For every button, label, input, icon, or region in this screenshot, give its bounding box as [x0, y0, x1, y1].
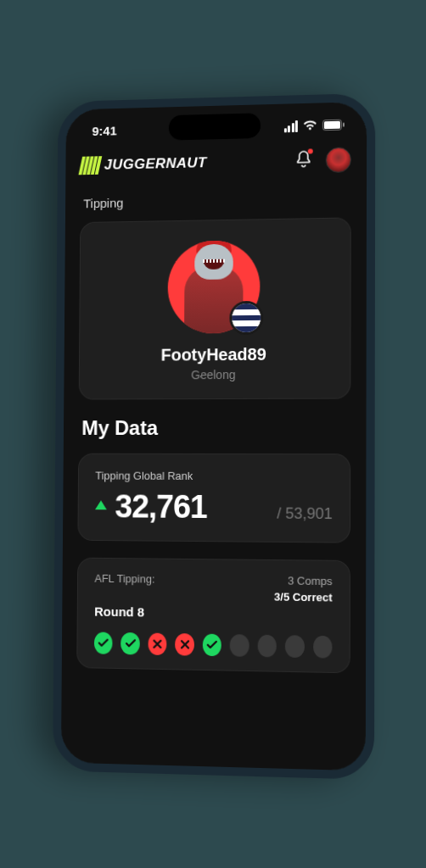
username: FootyHead89 — [96, 344, 333, 365]
header-avatar-button[interactable] — [326, 147, 351, 173]
rank-value: 32,761 — [115, 489, 207, 526]
result-dot-pending — [230, 634, 249, 657]
section-title: Tipping — [80, 191, 350, 210]
logo-mark-icon — [78, 156, 102, 175]
notification-dot-icon — [308, 148, 313, 153]
my-data-heading: My Data — [81, 416, 350, 440]
battery-icon — [322, 120, 345, 131]
global-rank-card[interactable]: Tipping Global Rank 32,761 / 53,901 — [77, 453, 350, 543]
team-name: Geelong — [96, 367, 333, 381]
result-dot-pending — [313, 636, 333, 659]
app-screen: 9:41 JUGGERNAUT — [61, 102, 367, 771]
app-header: JUGGERNAUT — [81, 147, 351, 178]
result-dot-wrong — [175, 633, 193, 656]
brand-name: JUGGERNAUT — [104, 154, 207, 173]
result-dot-correct — [94, 632, 113, 654]
status-time: 9:41 — [92, 124, 117, 138]
result-dot-correct — [203, 634, 221, 657]
tipping-round-card[interactable]: AFL Tipping: 3 Comps 3/5 Correct Round 8 — [76, 558, 350, 674]
phone-device-frame: 9:41 JUGGERNAUT — [53, 93, 375, 780]
brand-logo[interactable]: JUGGERNAUT — [81, 153, 207, 175]
comps-count: 3 Comps — [274, 574, 333, 587]
results-row — [94, 632, 333, 659]
correct-count: 3/5 Correct — [274, 590, 333, 604]
wifi-icon — [303, 120, 317, 131]
round-label: Round 8 — [94, 604, 144, 620]
league-label: AFL Tipping: — [94, 572, 154, 586]
trend-up-icon — [95, 500, 107, 509]
team-badge-icon — [229, 301, 263, 335]
profile-card[interactable]: FootyHead89 Geelong — [79, 217, 351, 399]
result-dot-pending — [285, 635, 305, 658]
result-dot-correct — [121, 632, 140, 654]
status-icons — [283, 119, 345, 132]
avatar — [167, 240, 260, 334]
result-dot-wrong — [148, 633, 166, 655]
dynamic-island — [169, 113, 261, 140]
rank-total: / 53,901 — [277, 505, 333, 524]
cellular-icon — [283, 120, 297, 132]
rank-label: Tipping Global Rank — [95, 470, 333, 483]
svg-rect-2 — [343, 123, 345, 127]
svg-rect-1 — [324, 121, 340, 129]
result-dot-pending — [257, 635, 277, 658]
notifications-button[interactable] — [295, 149, 312, 171]
